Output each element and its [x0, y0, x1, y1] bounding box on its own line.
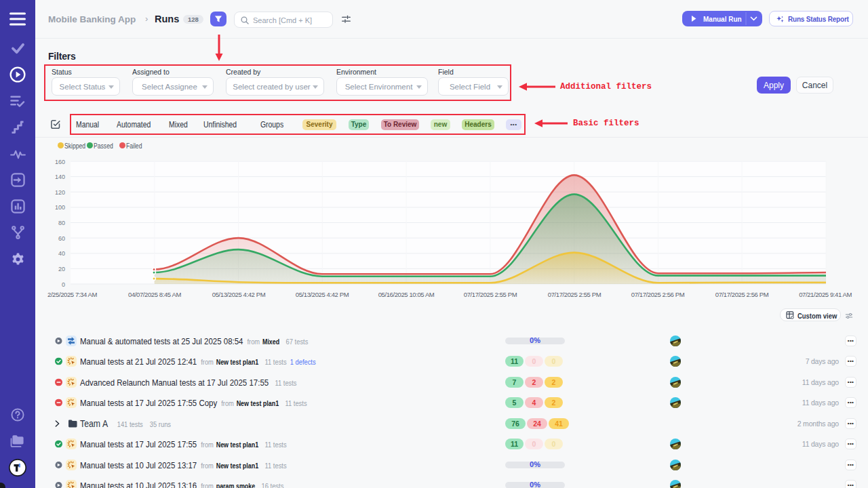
svg-text:Manual Run: Manual Run — [703, 16, 742, 23]
